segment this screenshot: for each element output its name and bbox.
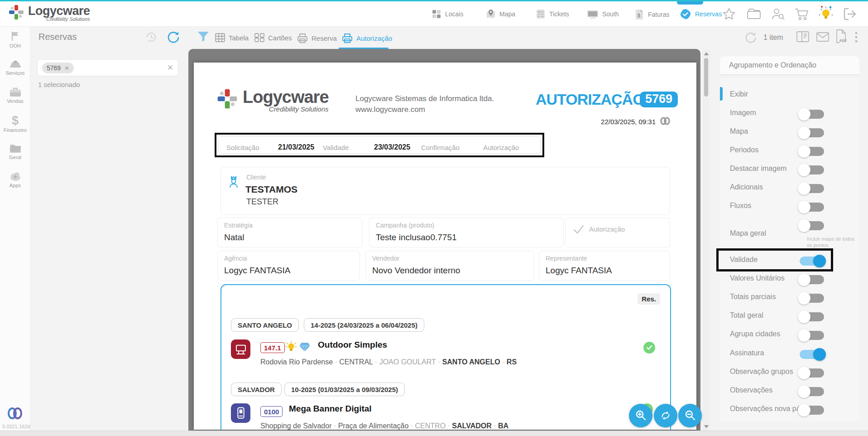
refresh-icon[interactable] [167, 30, 180, 44]
client-label: Cliente [246, 174, 266, 181]
refresh-results-icon[interactable] [744, 31, 757, 44]
toggle-label-adicionais: Adicionais [730, 183, 763, 191]
items-container: Res. [221, 284, 671, 430]
idea-lightbulb-icon[interactable] [818, 5, 834, 22]
sidebar-item-geral[interactable]: Geral [0, 143, 30, 160]
toggle-mapa-geral[interactable] [800, 221, 824, 230]
toggle-label-observacoes: Observações [730, 386, 772, 394]
doc-number-badge: 5769 [640, 92, 678, 107]
digital-banner-icon [231, 403, 250, 423]
selection-count: 1 selecionado [38, 81, 80, 88]
group-city-chip: SALVADOR [231, 383, 282, 396]
user-search-icon[interactable] [771, 7, 785, 21]
hard-hat-icon [9, 58, 22, 69]
logycware-plus-icon [8, 4, 24, 20]
toggle-agrupa-cidades[interactable] [800, 331, 824, 340]
date-label: Validade [323, 144, 349, 151]
briefcase-icon [9, 87, 22, 97]
tab-tabela[interactable]: Tabela [215, 33, 249, 43]
tab-label: Cartões [268, 34, 292, 42]
item-location: Shopping de SalvadorPraça de Alimentação… [260, 422, 508, 430]
app-header: Logycware Credibility Solutions Locais M… [0, 1, 868, 27]
toggle-valores-unitarios[interactable] [800, 275, 824, 284]
toggle-observacoes[interactable] [800, 387, 824, 396]
toggle-mapa[interactable] [800, 128, 824, 137]
zoom-in-button[interactable] [629, 404, 652, 427]
filter-funnel-icon[interactable] [197, 31, 210, 43]
date-label: Solicitação [226, 144, 259, 151]
field-representante: Representante Logyc FANTASIA [539, 251, 670, 281]
toggle-adicionais[interactable] [800, 184, 824, 193]
scroll-down-arrow[interactable] [704, 425, 709, 428]
fx-logo-small [659, 116, 671, 126]
app-window: Logycware Credibility Solutions Locais M… [0, 0, 868, 436]
company-line1: Logycware Sistemas de Informatica ltda. [355, 94, 494, 103]
sidebar-item-vendas[interactable]: Vendas [0, 87, 30, 104]
check-icon [573, 224, 585, 234]
zoom-out-button[interactable] [678, 404, 702, 427]
sidebar-item-financeiro[interactable]: $ Financeiro [0, 115, 30, 133]
logout-icon[interactable] [842, 7, 857, 21]
toggle-observacao-grupos[interactable] [800, 368, 824, 378]
nav-item-locais[interactable]: Locais [431, 9, 463, 19]
reset-view-button[interactable] [654, 404, 677, 427]
field-agencia: Agência Logyc FANTASIA [217, 251, 360, 281]
nav-label: Mapa [499, 10, 515, 18]
billboard-icon [231, 339, 250, 359]
email-icon[interactable] [816, 32, 830, 42]
history-icon[interactable] [145, 31, 158, 44]
grouping-header[interactable]: Agrupamento e Ordenação [720, 56, 859, 75]
toggle-periodos[interactable] [800, 147, 824, 156]
active-nav-indicator [677, 1, 703, 5]
chip-remove-icon[interactable]: ✕ [64, 65, 69, 72]
monitor-icon [586, 9, 599, 19]
nav-item-south[interactable]: South [586, 9, 619, 19]
grouping-header-label: Agrupamento e Ordenação [729, 61, 816, 69]
nav-item-tickets[interactable]: Tickets [535, 9, 569, 19]
filter-chip[interactable]: 5769 ✕ [42, 63, 74, 73]
filter-input[interactable]: 5769 ✕ ✕ [37, 59, 178, 76]
filter-chip-value: 5769 [47, 64, 61, 72]
item-location: Rodovia Rio PardenseCENTRALJOAO GOULARTS… [260, 358, 517, 366]
toggle-label-fluxos: Fluxos [730, 202, 751, 210]
field-label: Agência [224, 255, 247, 262]
split-view-icon[interactable] [796, 31, 810, 43]
toggle-destacar-imagem[interactable] [800, 165, 824, 174]
sidebar-label: OOH [0, 43, 30, 48]
fx-logo [6, 406, 24, 421]
scrollbar-thumb[interactable] [704, 58, 708, 97]
toggle-imagem[interactable] [800, 110, 824, 119]
scroll-up-arrow[interactable] [704, 52, 709, 55]
section-accent [720, 87, 723, 101]
app-logo: Logycware Credibility Solutions [8, 4, 90, 22]
cart-icon[interactable] [794, 7, 810, 21]
tab-cartoes[interactable]: Cartões [254, 33, 292, 43]
sidebar-item-ooh[interactable]: OOH [0, 30, 30, 48]
preview-scrollbar[interactable] [703, 50, 710, 431]
filter-clear-icon[interactable]: ✕ [167, 63, 173, 73]
tab-reserva[interactable]: Reserva [297, 33, 337, 44]
field-label: Estratégia [224, 222, 253, 229]
toggle-observacoes-nova-pagina[interactable] [800, 406, 824, 415]
toggle-total-geral[interactable] [800, 312, 824, 321]
doc-title: AUTORIZAÇÃO [536, 91, 644, 108]
diamond-attr-icon [299, 343, 310, 352]
sidebar-item-servicos[interactable]: Serviços [0, 58, 30, 76]
toggle-totais-parciais[interactable] [800, 294, 824, 303]
nav-item-reservas[interactable]: Reservas [679, 8, 722, 20]
nav-label: Faturas [648, 11, 669, 18]
logycware-plus-icon [216, 88, 238, 110]
nav-item-faturas[interactable]: $ Faturas [634, 9, 669, 20]
field-label: Autorização [589, 225, 625, 233]
pdf-export-icon[interactable]: PDF [835, 29, 847, 44]
sidebar-item-apps[interactable]: Apps [0, 171, 30, 188]
nav-item-mapa[interactable]: Mapa [485, 9, 515, 19]
favorites-star-icon[interactable] [722, 7, 736, 21]
toggle-assinatura[interactable] [800, 350, 824, 359]
kebab-menu-icon[interactable] [855, 32, 858, 43]
toggle-fluxos[interactable] [800, 203, 824, 212]
client-icon [227, 175, 240, 189]
cards-icon [254, 33, 265, 43]
folders-icon[interactable] [746, 8, 762, 20]
tab-autorizacao[interactable]: Autorização [341, 33, 392, 44]
